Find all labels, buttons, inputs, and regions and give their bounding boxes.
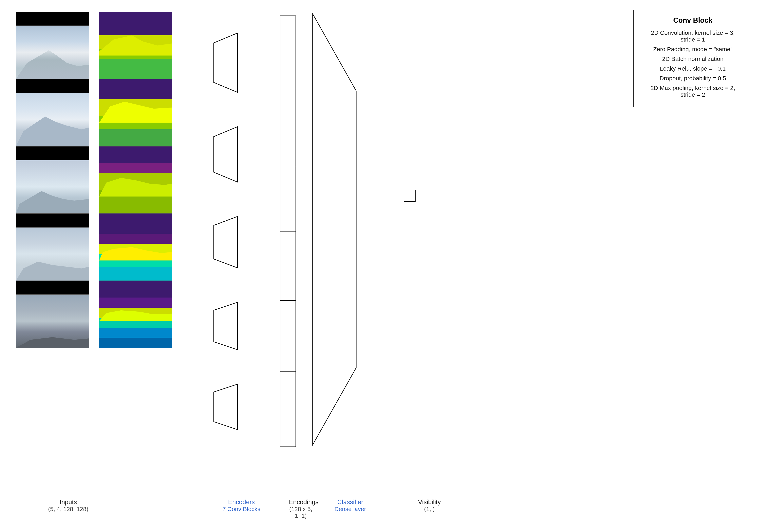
columns-row (16, 12, 752, 463)
encoder-trapezoid-5 (202, 382, 257, 432)
encodings-label: Encodings (289, 498, 313, 506)
inputs-label: Inputs (32, 498, 105, 506)
black-bar-5 (16, 281, 89, 295)
classifier-column (309, 12, 368, 447)
image-pair-5 (16, 281, 91, 348)
seg-image-1 (99, 12, 172, 79)
svg-marker-3 (214, 302, 238, 350)
black-bar-3 (16, 146, 89, 160)
visibility-label: Visibility (400, 498, 459, 506)
encoder-trapezoid-4 (202, 300, 257, 352)
scene-image-5 (16, 295, 89, 348)
image-pair-3 (16, 146, 91, 214)
seg-image-2 (99, 79, 172, 146)
visibility-column (388, 12, 447, 447)
svg-marker-0 (214, 33, 238, 92)
classifier-label-container: Classifier Dense layer (321, 498, 380, 512)
scene-image-1 (16, 26, 89, 79)
black-bar-1 (16, 12, 89, 26)
encoders-label: Encoders (214, 498, 269, 506)
scene-image-4 (16, 227, 89, 281)
main-container: Conv Block 2D Convolution, kernel size =… (0, 0, 768, 532)
input-images-column (16, 12, 91, 348)
svg-marker-1 (214, 127, 238, 182)
seg-image-3 (99, 146, 172, 214)
classifier-sub: Dense layer (321, 506, 380, 512)
encodings-dims: (128 x 5, 1, 1) (289, 506, 313, 519)
svg-marker-4 (214, 384, 238, 430)
encoder-trapezoid-2 (202, 125, 257, 184)
visibility-square (404, 190, 416, 202)
inputs-dims: (5, 4, 128, 128) (32, 506, 105, 512)
encoders-label-container: Encoders 7 Conv Blocks (214, 498, 269, 512)
inputs-label-container: Inputs (5, 4, 128, 128) (32, 498, 105, 512)
labels-row: Inputs (5, 4, 128, 128) Encoders 7 Conv … (0, 492, 768, 532)
image-pair-1 (16, 12, 91, 79)
encodings-label-container: Encodings (128 x 5, 1, 1) (289, 498, 313, 519)
segmentation-images-column (99, 12, 174, 348)
diagram-area: Conv Block 2D Convolution, kernel size =… (0, 0, 768, 492)
encoder-trapezoid-3 (202, 215, 257, 270)
classifier-label: Classifier (321, 498, 380, 506)
svg-marker-2 (214, 216, 238, 268)
seg-image-5 (99, 281, 172, 348)
scene-image-3 (16, 160, 89, 214)
visibility-label-container: Visibility (1, ) (400, 498, 459, 512)
encoders-sub: 7 Conv Blocks (214, 506, 269, 512)
seg-image-4 (99, 214, 172, 281)
encoder-trapezoid-1 (202, 31, 257, 94)
encoders-column (202, 12, 257, 447)
black-bar-2 (16, 79, 89, 93)
scene-image-2 (16, 93, 89, 146)
black-bar-4 (16, 214, 89, 227)
encodings-column (277, 14, 301, 449)
visibility-dims: (1, ) (400, 506, 459, 512)
image-pair-4 (16, 214, 91, 281)
image-pair-2 (16, 79, 91, 146)
